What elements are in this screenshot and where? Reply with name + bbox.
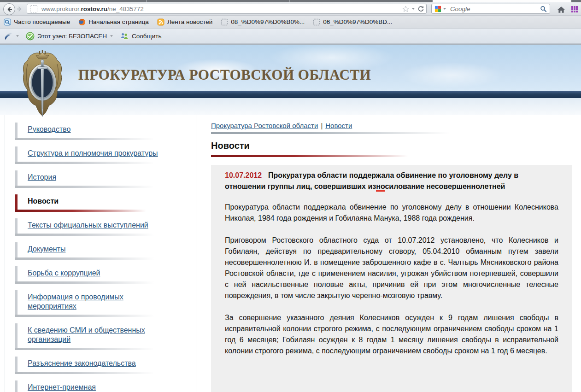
icon-smart-folder bbox=[4, 18, 11, 26]
sidebar-item-label[interactable]: Борьба с коррупцией bbox=[28, 269, 100, 277]
site-safety-status[interactable]: Этот узел: БЕЗОПАСЕН bbox=[26, 32, 113, 41]
sidebar-item-label[interactable]: Документы bbox=[28, 245, 65, 253]
sidebar-item-label[interactable]: Тексты официальных выступлений bbox=[28, 221, 148, 229]
breadcrumb-link[interactable]: Новости bbox=[325, 122, 352, 129]
bookmark-item[interactable]: 08_%D0%97%D0%B0%... bbox=[221, 18, 305, 26]
search-input[interactable] bbox=[449, 5, 540, 13]
spellcheck-mark: но bbox=[376, 182, 385, 192]
news-article: 10.07.2012Прокуратура области поддержала… bbox=[211, 165, 572, 392]
article-date: 10.07.2012 bbox=[225, 171, 262, 179]
sidebar-item[interactable]: Информация о проводимых мероприятиях bbox=[15, 290, 174, 317]
sidebar-item[interactable]: Интернет-приемная bbox=[15, 380, 174, 392]
people-icon bbox=[120, 32, 129, 40]
sidebar-item-label[interactable]: Руководство bbox=[28, 125, 71, 133]
article-title: 10.07.2012Прокуратура области поддержала… bbox=[225, 170, 558, 192]
web-page: ПРОКУРАТУРА РОСТОВСКОЙ ОБЛАСТИ Руководст… bbox=[0, 44, 581, 392]
page-title: Новости bbox=[211, 140, 572, 151]
breadcrumb-link[interactable]: Прокуратура Ростовской области bbox=[211, 122, 318, 129]
sidebar-item[interactable]: Руководство bbox=[15, 123, 174, 140]
bookmark-item[interactable]: Лента новостей bbox=[157, 18, 212, 26]
navy-band bbox=[0, 91, 581, 98]
home-button[interactable] bbox=[554, 4, 568, 15]
bookmark-label: 06_%D0%97%D0%BD... bbox=[323, 18, 392, 25]
sidebar-item[interactable]: История bbox=[15, 170, 174, 188]
back-button[interactable] bbox=[3, 3, 15, 15]
url-bar[interactable]: www.prokuror.rostov.ru/ne_4835772 bbox=[27, 4, 427, 14]
main-column: Прокуратура Ростовской области|Новости Н… bbox=[196, 115, 581, 392]
bookmark-item[interactable]: 06_%D0%97%D0%BD... bbox=[313, 18, 392, 26]
section-red-rule bbox=[211, 155, 418, 157]
back-arrow-icon bbox=[6, 6, 13, 13]
sidebar-item-label[interactable]: Структура и полномочия прокуратуры bbox=[28, 149, 158, 157]
url-dropdown-icon[interactable] bbox=[411, 7, 415, 11]
url-text[interactable]: www.prokuror.rostov.ru/ne_4835772 bbox=[41, 6, 402, 12]
article-paragraph: Приговором Ростовского областного суда о… bbox=[225, 235, 558, 301]
url-prefix: www.prokuror. bbox=[41, 6, 81, 12]
content-area: Руководство Структура и полномочия проку… bbox=[0, 115, 581, 392]
bookmark-label: Начальная страница bbox=[88, 18, 149, 25]
bookmarks-bar: Часто посещаемые Начальная страница Лент… bbox=[0, 16, 581, 29]
icon-dashed-box bbox=[221, 18, 228, 26]
sidebar-item[interactable]: Документы bbox=[15, 242, 174, 260]
site-title: ПРОКУРАТУРА РОСТОВСКОЙ ОБЛАСТИ bbox=[78, 67, 371, 83]
url-path: /ne_4835772 bbox=[107, 6, 144, 12]
safety-dropdown-icon[interactable] bbox=[110, 34, 113, 38]
forward-arrow-icon bbox=[16, 6, 23, 12]
search-magnifier-icon[interactable] bbox=[540, 6, 547, 12]
sidebar-item-label[interactable]: Новости bbox=[28, 197, 59, 205]
report-button[interactable]: Сообщить bbox=[120, 32, 161, 40]
home-icon bbox=[557, 6, 565, 14]
sidebar-item-label[interactable]: К сведению СМИ и общественных организаци… bbox=[28, 326, 145, 343]
safety-status-label: Этот узел: БЕЗОПАСЕН bbox=[37, 33, 107, 40]
header-lower-area bbox=[0, 98, 581, 116]
swoosh-icon bbox=[4, 32, 13, 40]
report-label: Сообщить bbox=[132, 33, 161, 40]
grid-icon bbox=[571, 6, 578, 13]
sidebar-item-label[interactable]: Интернет-приемная bbox=[28, 383, 96, 391]
bookmark-star-icon[interactable] bbox=[402, 6, 409, 12]
addon-menu-button[interactable] bbox=[4, 32, 19, 40]
safety-check-icon bbox=[26, 32, 35, 41]
sidebar-item[interactable]: Новости bbox=[15, 194, 174, 212]
prosecutor-emblem-icon bbox=[21, 50, 64, 119]
sidebar-item[interactable]: Тексты официальных выступлений bbox=[15, 218, 174, 236]
url-domain: rostov.ru bbox=[81, 6, 108, 12]
addon-dropdown-icon bbox=[16, 34, 19, 38]
sidebar-nav: Руководство Структура и полномочия проку… bbox=[0, 115, 196, 392]
search-box[interactable] bbox=[431, 4, 550, 14]
icon-rss bbox=[157, 18, 164, 26]
article-paragraph: За совершение указанного деяния Колесник… bbox=[225, 312, 558, 357]
sidebar-item[interactable]: К сведению СМИ и общественных организаци… bbox=[15, 323, 174, 350]
sidebar-item-label[interactable]: История bbox=[28, 173, 56, 181]
bookmark-label: 08_%D0%97%D0%B0%... bbox=[231, 18, 305, 25]
icon-dashed-box bbox=[313, 18, 320, 26]
forward-button[interactable] bbox=[16, 5, 23, 13]
search-engine-dropdown-icon[interactable] bbox=[443, 7, 446, 11]
breadcrumb-separator: | bbox=[321, 122, 323, 129]
bookmark-label: Часто посещаемые bbox=[14, 18, 70, 25]
extension-grid-button[interactable] bbox=[569, 4, 580, 14]
site-header: ПРОКУРАТУРА РОСТОВСКОЙ ОБЛАСТИ bbox=[0, 44, 581, 115]
bookmark-label: Лента новостей bbox=[167, 18, 212, 25]
breadcrumb: Прокуратура Ростовской области|Новости bbox=[211, 122, 572, 129]
icon-firefox bbox=[78, 18, 86, 26]
google-logo-icon[interactable] bbox=[434, 6, 441, 12]
bookmark-item[interactable]: Часто посещаемые bbox=[4, 18, 70, 26]
breadcrumb-divider bbox=[211, 132, 462, 134]
addon-bar: Этот узел: БЕЗОПАСЕН Сообщить bbox=[0, 29, 581, 44]
browser-window: www.prokuror.rostov.ru/ne_4835772 Часто … bbox=[0, 0, 581, 392]
sidebar-item[interactable]: Структура и полномочия прокуратуры bbox=[15, 146, 174, 164]
reload-icon[interactable] bbox=[417, 6, 424, 12]
article-paragraph: Прокуратура области поддержала обвинение… bbox=[225, 202, 558, 224]
sidebar-item-label[interactable]: Разъяснение законодательства bbox=[28, 359, 136, 367]
sidebar-item[interactable]: Борьба с коррупцией bbox=[15, 266, 174, 284]
favicon-placeholder-icon bbox=[30, 5, 37, 12]
navigation-toolbar: www.prokuror.rostov.ru/ne_4835772 bbox=[0, 2, 581, 16]
sidebar-item-label[interactable]: Информация о проводимых мероприятиях bbox=[28, 293, 123, 310]
sidebar-item[interactable]: Разъяснение законодательства bbox=[15, 357, 174, 374]
bookmark-item[interactable]: Начальная страница bbox=[78, 18, 149, 26]
